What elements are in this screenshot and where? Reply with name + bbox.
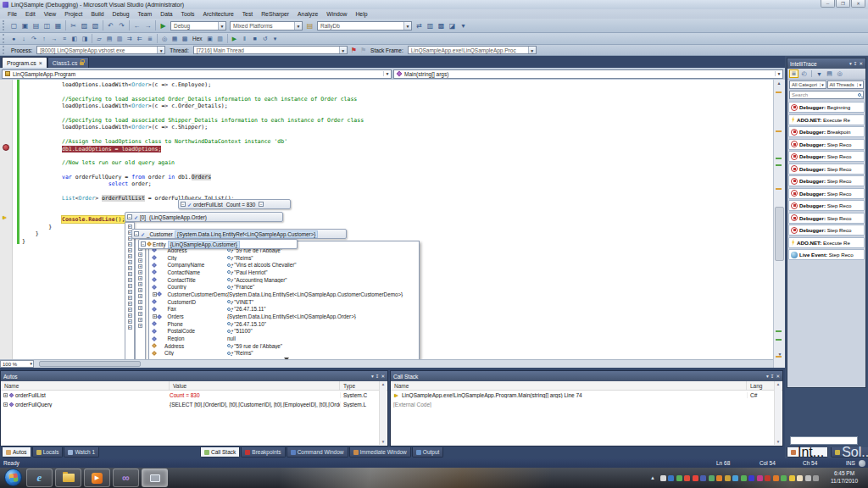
filter-icon[interactable]: ▼	[815, 69, 824, 78]
column-header[interactable]: Value	[170, 381, 340, 390]
solution-configurations-combo[interactable]: Debug▼	[170, 21, 226, 30]
expand-icon[interactable]: +	[128, 254, 132, 258]
datatip-member-row[interactable]: _CustomerID▾"VINET"	[151, 298, 417, 306]
save-icon[interactable]: ◫	[42, 20, 53, 31]
chevron-down-icon[interactable]: ▼	[339, 47, 347, 53]
tab-output[interactable]: Output	[412, 447, 444, 458]
restore-button[interactable]: ❐	[836, 0, 850, 8]
datatip-pin-icon[interactable]: ✓	[187, 202, 192, 208]
datatip-member-row[interactable]: _PostalCode▾"51100"	[151, 328, 417, 336]
menu-test[interactable]: Test	[238, 9, 257, 19]
variable-row[interactable]: +orderFullQuery{SELECT [t0].[OrderID], […	[1, 400, 387, 409]
call-stack-title-bar[interactable]: Call Stack ▾ ↧ ✕	[391, 371, 782, 381]
new-project-icon[interactable]: ▢	[8, 20, 19, 31]
expand-icon[interactable]: +	[3, 393, 8, 397]
stack-frame-row[interactable]: [External Code]	[391, 400, 782, 409]
breakpoints-window-icon[interactable]: ●	[8, 34, 19, 43]
tab-watch-1[interactable]: Watch 1	[64, 447, 99, 458]
menu-build[interactable]: Build	[86, 9, 108, 19]
members-dropdown[interactable]: Main(string[] args)▼	[393, 69, 783, 79]
datatip-expander-column[interactable]: ++++++++++++++++++	[125, 222, 135, 363]
tray-icon-8[interactable]	[725, 475, 731, 481]
show-next-statement-icon[interactable]: →	[49, 34, 59, 43]
datatip-element0[interactable]: − ✓ [0] (LinQSampleApp.Order)	[125, 212, 283, 222]
bookmark-prev-icon[interactable]: ◧	[70, 34, 80, 43]
tab-breakpoints[interactable]: Breakpoints	[241, 447, 285, 458]
tray-icon-13[interactable]	[765, 475, 771, 481]
intellitrace-event[interactable]: Debugger: Step Reco	[788, 213, 865, 224]
chevron-down-icon[interactable]: ▼	[218, 22, 225, 30]
magnifier-icon[interactable]	[227, 270, 231, 274]
taskbar-internet-explorer[interactable]: e	[26, 469, 53, 487]
expand-icon[interactable]: −	[259, 202, 264, 207]
intellitrace-event[interactable]: Debugger: Step Reco	[788, 188, 865, 199]
intellitrace-event[interactable]: ADO.NET: Execute Re	[788, 237, 865, 248]
tray-icon-11[interactable]	[748, 475, 754, 481]
tab-autos[interactable]: Autos	[2, 447, 31, 458]
toolbar-grip[interactable]	[3, 20, 6, 31]
panel-resize-box[interactable]	[790, 436, 858, 445]
expand-icon[interactable]: +	[138, 306, 142, 310]
new-query-icon[interactable]: ▥	[425, 20, 436, 31]
chevron-down-icon[interactable]: ▼	[30, 362, 33, 366]
toolbar-grip[interactable]	[3, 34, 6, 42]
menu-view[interactable]: View	[40, 9, 61, 19]
collapse-icon[interactable]: −	[134, 231, 139, 236]
search-icon[interactable]	[858, 93, 861, 97]
column-header[interactable]: Name	[391, 381, 747, 390]
tray-icon-1[interactable]	[668, 475, 674, 481]
tab-locals[interactable]: Locals	[32, 447, 64, 458]
collapse-icon[interactable]: −	[127, 214, 132, 219]
close-button[interactable]: ✕	[851, 0, 865, 8]
menu-help[interactable]: Help	[351, 9, 371, 19]
pause-icon[interactable]: ‖	[240, 34, 250, 43]
tray-icon-7[interactable]	[716, 475, 722, 481]
window-position-icon[interactable]: ▾	[371, 374, 374, 379]
chevron-down-icon[interactable]: ▼	[775, 71, 782, 76]
intellitrace-event[interactable]: Debugger: Beginning	[788, 102, 865, 113]
comment-selection-icon[interactable]: ▤	[104, 34, 114, 43]
datatip-member-row[interactable]: Address▾"59 rue de l'Abbaye"	[151, 342, 417, 350]
magnifier-icon[interactable]	[227, 330, 231, 333]
memory-window-icon[interactable]: ▣	[205, 34, 215, 43]
intellitrace-event[interactable]: ADO.NET: Execute Re	[788, 114, 865, 125]
datatip-customer[interactable]: − ✓ _Customer {System.Data.Linq.EntityRe…	[131, 229, 347, 239]
datatip-orderfulllist[interactable]: − ✓ orderFullList Count = 830 −	[178, 199, 291, 209]
column-header[interactable]: Name	[1, 381, 170, 390]
insert-snippet-icon[interactable]: ▱	[94, 34, 104, 43]
call-stack-scrollbar[interactable]: ▲▼	[774, 381, 782, 445]
expand-icon[interactable]: +	[138, 324, 142, 328]
magnifier-icon[interactable]	[227, 308, 231, 311]
vertical-scrollbar-thumb[interactable]	[775, 207, 784, 261]
taskbar-clock[interactable]: 6:45 PM 11/17/2010	[822, 469, 866, 485]
magnifier-icon[interactable]	[227, 263, 231, 267]
stop-icon[interactable]: ■	[250, 34, 260, 43]
step-into-icon[interactable]: ↓	[19, 34, 29, 43]
expand-icon[interactable]: +	[138, 264, 142, 269]
tab-int-[interactable]: Int...	[787, 447, 828, 458]
thread-combo[interactable]: [7216] Main Thread▼	[193, 46, 348, 54]
chevron-down-icon[interactable]: ▼	[528, 47, 536, 53]
stackframe-combo[interactable]: LinQSampleApp.exe!LinQSampleApp.Proc▼	[408, 46, 537, 54]
datatip-member-row[interactable]: _Fax▾"26.47.15.11"	[151, 306, 417, 313]
expand-icon[interactable]: +	[138, 270, 142, 274]
paste-icon[interactable]: ▧	[90, 20, 101, 31]
toolbar-overflow-icon[interactable]: ▾	[270, 34, 281, 43]
close-icon[interactable]: ✕	[776, 374, 780, 379]
taskbar-visual-studio[interactable]: ∞	[113, 469, 139, 487]
magnifier-icon[interactable]	[227, 256, 231, 259]
minimize-button[interactable]: ─	[821, 0, 835, 8]
tray-icon-4[interactable]	[693, 475, 698, 481]
menu-resharper[interactable]: ReSharper	[257, 9, 293, 19]
list-view-icon[interactable]: ≣	[789, 69, 798, 78]
expand-icon[interactable]: +	[153, 292, 157, 297]
chevron-down-icon[interactable]: ▼	[157, 47, 164, 53]
expand-icon[interactable]: +	[138, 282, 142, 286]
tray-icon-6[interactable]	[709, 475, 715, 481]
expand-icon[interactable]: +	[138, 294, 142, 298]
solution-platforms-combo[interactable]: Mixed Platforms▼	[230, 21, 303, 30]
expand-icon[interactable]: +	[128, 225, 132, 229]
collapse-icon[interactable]: −	[181, 202, 186, 207]
uncomment-selection-icon[interactable]: ▥	[114, 34, 125, 43]
expand-icon[interactable]: +	[128, 284, 132, 288]
